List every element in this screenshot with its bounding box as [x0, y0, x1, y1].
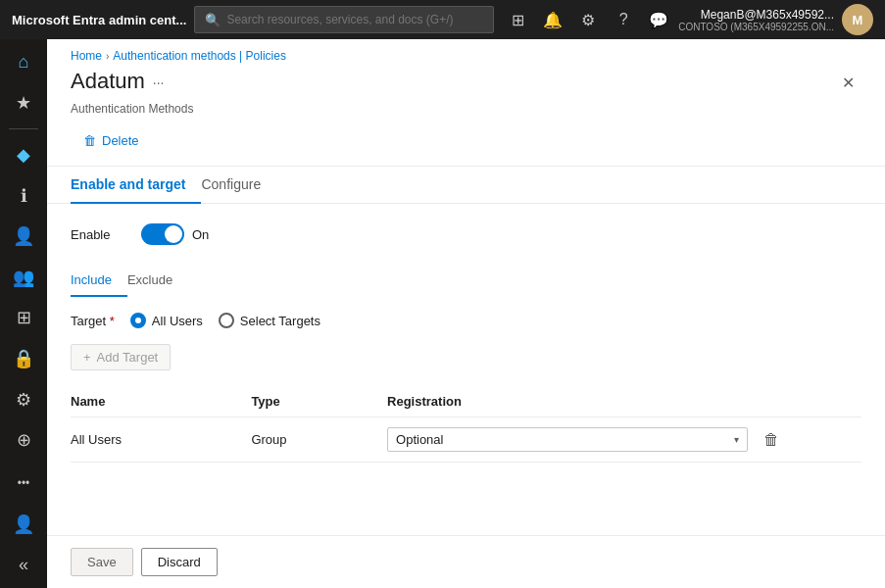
panel-subtitle: Authentication Methods — [47, 102, 885, 127]
sidebar-item-protection[interactable]: 🔒 — [4, 339, 43, 378]
sidebar-item-workload[interactable]: ⚙ — [4, 380, 43, 419]
sidebar-item-profile[interactable]: 👤 — [4, 505, 43, 544]
add-target-label: Add Target — [97, 350, 159, 365]
cell-type: Group — [251, 417, 387, 463]
sidebar-item-plus[interactable]: ⊕ — [4, 420, 43, 460]
search-icon: 🔍 — [205, 13, 221, 27]
user-tenant: CONTOSO (M365X49592255.ON... — [678, 22, 834, 32]
sidebar-item-info[interactable]: ℹ — [4, 176, 43, 216]
dropdown-arrow-icon: ▾ — [734, 434, 739, 445]
breadcrumb: Home › Authentication methods | Policies — [47, 39, 885, 69]
bottom-toolbar: Save Discard — [47, 535, 885, 588]
user-menu[interactable]: MeganB@M365x49592... CONTOSO (M365X49592… — [678, 4, 873, 35]
cell-actions: 🗑 — [760, 417, 861, 463]
enable-row: Enable On — [71, 223, 861, 245]
sidebar-item-favorites[interactable]: ★ — [4, 84, 43, 123]
radio-select-targets-label: Select Targets — [240, 314, 320, 328]
panel-more-button[interactable]: ··· — [153, 74, 165, 90]
enable-label: Enable — [71, 227, 129, 242]
targets-table: Name Type Registration All Users Group O… — [71, 386, 861, 463]
trash-icon: 🗑 — [83, 133, 96, 148]
delete-label: Delete — [102, 133, 139, 148]
topbar-actions: ⊞ 🔔 ⚙ ? 💬 MeganB@M365x49592... CONTOSO (… — [502, 4, 873, 35]
form-content: Enable On Include Exclude Target * — [47, 204, 885, 535]
sidebar-item-more[interactable]: ••• — [4, 464, 43, 503]
save-button[interactable]: Save — [71, 548, 133, 576]
breadcrumb-home[interactable]: Home — [71, 49, 102, 63]
tab-enable-target[interactable]: Enable and target — [71, 167, 201, 204]
topbar: Microsoft Entra admin cent... 🔍 ⊞ 🔔 ⚙ ? … — [0, 0, 885, 39]
radio-group: All Users Select Targets — [130, 313, 320, 328]
radio-circle-select-targets — [219, 313, 234, 328]
enable-toggle[interactable] — [141, 223, 184, 245]
radio-all-users[interactable]: All Users — [130, 313, 203, 328]
radio-select-targets[interactable]: Select Targets — [219, 313, 320, 328]
registration-value: Optional — [396, 432, 726, 447]
add-target-button[interactable]: + Add Target — [71, 344, 171, 370]
app-layout: ⌂ ★ ◆ ℹ 👤 👥 ⊞ 🔒 ⚙ ⊕ ••• 👤 « Home › Authe… — [0, 39, 885, 588]
target-row: Target * All Users Select Targets — [71, 313, 861, 328]
sidebar-divider — [9, 128, 38, 129]
tab-configure[interactable]: Configure — [201, 167, 276, 204]
delete-button[interactable]: 🗑 Delete — [71, 127, 152, 154]
user-name: MeganB@M365x49592... — [678, 8, 834, 22]
col-header-registration: Registration — [387, 386, 760, 417]
sub-tab-exclude[interactable]: Exclude — [127, 265, 188, 297]
table-row: All Users Group Optional ▾ 🗑 — [71, 417, 861, 463]
help-icon[interactable]: ? — [608, 4, 639, 35]
sidebar-item-apps[interactable]: ⊞ — [4, 299, 43, 338]
col-header-type: Type — [251, 386, 387, 417]
app-name: Microsoft Entra admin cent... — [12, 13, 186, 27]
registration-dropdown[interactable]: Optional ▾ — [387, 427, 748, 452]
sub-tabs: Include Exclude — [71, 265, 861, 297]
toggle-state-label: On — [192, 227, 209, 242]
sidebar: ⌂ ★ ◆ ℹ 👤 👥 ⊞ 🔒 ⚙ ⊕ ••• 👤 « — [0, 39, 47, 588]
sidebar-item-collapse[interactable]: « — [4, 545, 43, 584]
radio-all-users-label: All Users — [152, 314, 203, 328]
sidebar-item-identity[interactable]: ◆ — [4, 135, 43, 174]
close-button[interactable]: ✕ — [834, 69, 861, 96]
cell-name: All Users — [71, 417, 251, 463]
breadcrumb-auth-methods[interactable]: Authentication methods | Policies — [113, 49, 286, 63]
toolbar: 🗑 Delete — [47, 127, 885, 167]
panel-header: Adatum ··· ✕ — [47, 69, 885, 102]
row-delete-icon[interactable]: 🗑 — [760, 427, 783, 452]
sidebar-item-groups[interactable]: 👥 — [4, 258, 43, 297]
panel-title: Adatum — [71, 69, 145, 94]
radio-circle-all-users — [130, 313, 146, 328]
discard-button[interactable]: Discard — [141, 548, 218, 576]
toggle-thumb — [165, 225, 182, 243]
col-header-actions — [760, 386, 861, 417]
notifications-icon[interactable]: ⊞ — [502, 4, 533, 35]
sidebar-item-users[interactable]: 👤 — [4, 217, 43, 256]
search-input[interactable] — [226, 13, 483, 26]
plus-icon: + — [83, 350, 91, 365]
target-label: Target * — [71, 314, 115, 328]
col-header-name: Name — [71, 386, 251, 417]
settings-icon[interactable]: ⚙ — [572, 4, 604, 35]
table-header-row: Name Type Registration — [71, 386, 861, 417]
main-content: Home › Authentication methods | Policies… — [47, 39, 885, 588]
bell-icon[interactable]: 🔔 — [537, 4, 568, 35]
search-bar[interactable]: 🔍 — [194, 6, 494, 33]
toggle-container: On — [141, 223, 209, 245]
sidebar-item-home[interactable]: ⌂ — [4, 43, 43, 82]
feedback-icon[interactable]: 💬 — [643, 4, 674, 35]
breadcrumb-sep-1: › — [106, 51, 109, 62]
cell-registration: Optional ▾ — [387, 417, 760, 463]
required-indicator: * — [110, 314, 115, 328]
sub-tab-include[interactable]: Include — [71, 265, 127, 297]
avatar[interactable]: M — [842, 4, 873, 35]
tabs: Enable and target Configure — [47, 167, 885, 204]
